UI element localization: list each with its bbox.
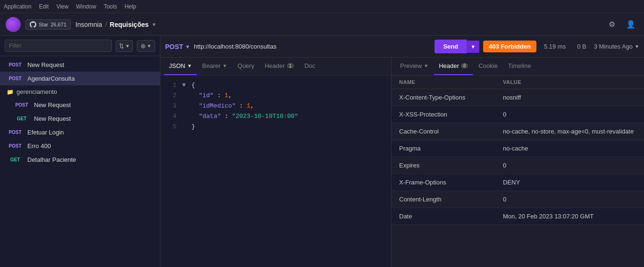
send-main-button[interactable]: Send: [435, 40, 467, 53]
col-header-name: NAME: [399, 79, 503, 85]
tab-response-header[interactable]: Header 8: [434, 58, 473, 75]
bearer-chevron-icon: ▼: [223, 63, 227, 68]
response-time: 5.19 ms: [540, 43, 569, 50]
sidebar-item-efetuar-login[interactable]: POST Efetuar Login: [0, 125, 160, 139]
menu-window[interactable]: Window: [76, 3, 96, 10]
sidebar-item-erro-400[interactable]: POST Erro 400: [0, 139, 160, 153]
method-badge-post: POST: [7, 129, 24, 135]
url-bar: POST ▼ Send ▼ 403 Forbidden 5.19 ms 0 B …: [160, 36, 644, 58]
github-icon: [30, 21, 36, 28]
filter-input[interactable]: [5, 40, 112, 52]
item-label: New Request: [27, 61, 64, 68]
code-line-5: 5 }: [167, 122, 385, 132]
content-area: POST ▼ Send ▼ 403 Forbidden 5.19 ms 0 B …: [160, 36, 644, 267]
tab-timeline[interactable]: Timeline: [503, 58, 536, 75]
tab-query-label: Query: [238, 62, 254, 69]
response-tab-bar: Preview ▼ Header 8 Cookie Timeline: [392, 58, 644, 75]
tab-response-header-label: Header: [439, 62, 459, 69]
item-label: Efetuar Login: [27, 129, 64, 136]
code-line-4: 4 "data" : "2023-10-10T10:00": [167, 111, 385, 122]
tab-query[interactable]: Query: [233, 58, 259, 75]
star-label: Star: [39, 22, 48, 27]
method-label: POST: [165, 43, 183, 50]
sort-icon: ⇅: [119, 42, 124, 50]
tab-json[interactable]: JSON ▼: [164, 58, 197, 75]
sidebar-header: ⇅ ▼ ⊕ ▼: [0, 36, 160, 56]
tab-bearer[interactable]: Bearer ▼: [198, 58, 232, 75]
tab-json-label: JSON: [169, 62, 185, 69]
item-label: New Request: [34, 101, 71, 108]
send-dropdown-button[interactable]: ▼: [467, 41, 479, 53]
response-header-badge: 8: [461, 63, 468, 68]
table-row: Date Mon, 20 Feb 2023 13:07:20 GMT: [392, 208, 644, 225]
method-badge-post: POST: [7, 62, 24, 68]
sidebar-item-detalhar-paciente[interactable]: GET Detalhar Paciente: [0, 153, 160, 167]
app-name: Insomnia: [75, 21, 102, 28]
code-line-2: 2 "id" : 1,: [167, 91, 385, 101]
add-chevron-icon: ▼: [147, 43, 151, 49]
menu-view[interactable]: View: [56, 3, 68, 10]
tab-cookie-label: Cookie: [478, 62, 497, 69]
tab-doc-label: Doc: [304, 62, 315, 69]
json-chevron-icon: ▼: [187, 63, 192, 68]
user-button[interactable]: 👤: [623, 17, 638, 32]
url-input[interactable]: [194, 43, 431, 50]
table-row: Cache-Control no-cache, no-store, max-ag…: [392, 123, 644, 140]
request-pane: JSON ▼ Bearer ▼ Query Header 1: [160, 58, 392, 267]
menu-application[interactable]: Application: [4, 3, 32, 10]
plus-icon: ⊕: [141, 42, 146, 50]
sidebar-item-agendar-consulta[interactable]: POST AgendarConsulta: [0, 72, 160, 85]
code-editor[interactable]: 1 ▼ { 2 "id" : 1, 3: [160, 75, 391, 267]
title-bar: Star 26,671 Insomnia / Requisições ▼ ⚙ 👤: [0, 13, 644, 36]
menu-edit[interactable]: Edit: [39, 3, 49, 10]
timestamp-chevron-icon: ▼: [635, 44, 639, 49]
sidebar-group-gerenciamento[interactable]: 📁 gerenciamento: [0, 85, 160, 98]
title-bar-left: Star 26,671 Insomnia / Requisições ▼: [6, 17, 157, 32]
code-line-1: 1 ▼ {: [167, 80, 385, 91]
sidebar-item-post-new-request[interactable]: POST New Request: [0, 58, 160, 72]
item-label: Detalhar Paciente: [27, 156, 76, 163]
tab-timeline-label: Timeline: [508, 62, 531, 69]
settings-button[interactable]: ⚙: [604, 17, 619, 32]
status-badge: 403 Forbidden: [483, 41, 536, 52]
table-row: X-XSS-Protection 0: [392, 106, 644, 123]
sidebar-item-gerenciamento-post-new[interactable]: POST New Request: [0, 98, 160, 112]
tab-preview-label: Preview: [400, 62, 422, 69]
github-star-button[interactable]: Star 26,671: [25, 19, 71, 30]
menu-tools[interactable]: Tools: [104, 3, 117, 10]
sort-chevron-icon: ▼: [125, 43, 130, 49]
col-header-value: VALUE: [503, 79, 636, 85]
table-row: Content-Length 0: [392, 191, 644, 208]
table-row: X-Content-Type-Options nosniff: [392, 89, 644, 106]
tab-preview[interactable]: Preview ▼: [395, 58, 433, 75]
menu-bar: Application Edit View Window Tools Help: [0, 0, 644, 13]
tab-bearer-label: Bearer: [202, 62, 221, 69]
panes: JSON ▼ Bearer ▼ Query Header 1: [160, 58, 644, 267]
sidebar-item-gerenciamento-get-new[interactable]: GET New Request: [0, 112, 160, 125]
tab-cookie[interactable]: Cookie: [474, 58, 502, 75]
title-bar-right: ⚙ 👤: [604, 17, 638, 32]
preview-chevron-icon: ▼: [424, 63, 428, 68]
chevron-down-icon[interactable]: ▼: [151, 22, 157, 27]
send-button-group: Send ▼: [435, 40, 479, 53]
item-label: AgendarConsulta: [27, 75, 75, 82]
table-row: Pragma no-cache: [392, 140, 644, 157]
group-label: gerenciamento: [17, 88, 57, 95]
method-badge-post: POST: [7, 75, 24, 82]
response-headers-table: NAME VALUE X-Content-Type-Options nosnif…: [392, 75, 644, 267]
response-size: 0 B: [573, 43, 590, 50]
menu-help[interactable]: Help: [125, 3, 136, 10]
add-request-button[interactable]: ⊕ ▼: [137, 40, 155, 52]
main-layout: ⇅ ▼ ⊕ ▼ POST New Request POST AgendarCon…: [0, 36, 644, 267]
method-badge-post: POST: [7, 143, 24, 149]
method-chevron-icon: ▼: [185, 44, 190, 50]
tab-doc[interactable]: Doc: [300, 58, 320, 75]
path-separator: /: [105, 21, 107, 28]
star-count: 26,671: [50, 22, 67, 27]
folder-icon: 📁: [7, 89, 14, 95]
tab-header[interactable]: Header 1: [260, 58, 299, 75]
sort-button[interactable]: ⇅ ▼: [116, 40, 133, 52]
method-select[interactable]: POST ▼: [165, 43, 190, 50]
project-name[interactable]: Requisições: [110, 21, 149, 28]
request-tab-bar: JSON ▼ Bearer ▼ Query Header 1: [160, 58, 391, 75]
